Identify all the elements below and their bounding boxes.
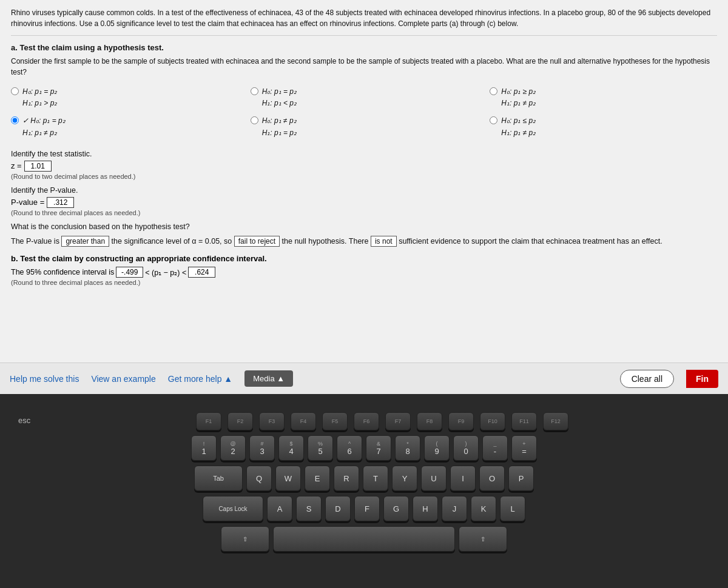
key-f7[interactable]: F7 <box>385 412 411 430</box>
key-f4[interactable]: F4 <box>291 412 316 430</box>
qwerty-row: Tab Q W E R T Y U I O P <box>194 466 534 491</box>
esc-label: esc <box>18 416 30 425</box>
key-s[interactable]: S <box>296 496 322 521</box>
pvalue-input[interactable]: .312 <box>47 197 74 208</box>
option-e-h0: H₀: p₁ ≠ p₂ <box>262 115 297 127</box>
option-a-h0: H₀: p₁ = p₂ <box>22 86 57 98</box>
radio-d[interactable] <box>11 116 19 124</box>
bottom-toolbar: Help me solve this View an example Get m… <box>0 362 728 394</box>
key-0[interactable]: ) 0 <box>453 435 479 461</box>
conclusion-sentence: The P-value is greater than the signific… <box>11 235 717 249</box>
option-d[interactable]: ✓ H₀: p₁ = p₂ H₁: p₁ ≠ p₂ <box>11 115 238 138</box>
conclusion-text-1: The P-value is <box>11 237 61 246</box>
radio-a[interactable] <box>11 87 19 95</box>
key-f3[interactable]: F3 <box>259 412 285 430</box>
ci-upper-input[interactable]: .624 <box>188 267 215 278</box>
hypothesis-options: H₀: p₁ = p₂ H₁: p₁ > p₂ H₀: p₁ = p₂ H₁: … <box>11 86 717 139</box>
main-content: Rhino viruses typically cause common col… <box>0 0 728 394</box>
radio-f[interactable] <box>490 116 497 124</box>
key-o[interactable]: O <box>479 466 505 491</box>
key-a[interactable]: A <box>267 496 292 521</box>
option-c[interactable]: H₀: p₁ ≥ p₂ H₁: p₁ ≠ p₂ <box>490 86 717 109</box>
key-f12[interactable]: F12 <box>543 412 568 430</box>
ci-text: The 95% confidence interval is <box>11 268 114 276</box>
part-a: a. Test the claim using a hypothesis tes… <box>11 43 717 248</box>
view-example-button[interactable]: View an example <box>91 374 155 384</box>
z-input[interactable]: 1.01 <box>24 161 52 172</box>
option-a-h1: H₁: p₁ > p₂ <box>22 98 57 109</box>
identify-test-stat-label: Identify the test statistic. <box>11 150 717 158</box>
pvalue-line: P-value = .312 <box>11 197 717 208</box>
option-b-h0: H₀: p₁ = p₂ <box>262 86 297 98</box>
key-h[interactable]: H <box>413 496 438 521</box>
key-f10[interactable]: F10 <box>480 412 505 430</box>
key-capslock[interactable]: Caps Lock <box>203 496 263 521</box>
key-f[interactable]: F <box>354 496 380 521</box>
key-j[interactable]: J <box>442 496 467 521</box>
key-u[interactable]: U <box>421 466 447 491</box>
key-p[interactable]: P <box>508 466 534 491</box>
key-d[interactable]: D <box>325 496 351 521</box>
finish-button[interactable]: Fin <box>686 370 718 388</box>
conclusion-question: What is the conclusion based on the hypo… <box>11 222 717 231</box>
number-row: ! 1 @ 2 # 3 $ 4 % 5 ^ 6 & 7 * 8 <box>191 435 537 461</box>
key-equal[interactable]: + = <box>511 435 537 461</box>
key-9[interactable]: ( 9 <box>424 435 450 461</box>
key-5[interactable]: % 5 <box>308 435 333 461</box>
key-f11[interactable]: F11 <box>511 412 537 430</box>
option-b[interactable]: H₀: p₁ = p₂ H₁: p₁ < p₂ <box>251 86 478 109</box>
key-g[interactable]: G <box>383 496 409 521</box>
option-f-h1: H₁: p₁ ≠ p₂ <box>501 127 536 139</box>
key-f1[interactable]: F1 <box>196 412 221 430</box>
key-shift-right[interactable]: ⇧ <box>459 526 507 552</box>
key-f9[interactable]: F9 <box>448 412 474 430</box>
problem-text: Rhino viruses typically cause common col… <box>11 8 710 28</box>
key-q[interactable]: Q <box>246 466 272 491</box>
get-more-help-button[interactable]: Get more help ▲ <box>168 374 232 384</box>
radio-b[interactable] <box>251 87 258 95</box>
key-e[interactable]: E <box>305 466 330 491</box>
key-f8[interactable]: F8 <box>417 412 442 430</box>
identify-pvalue-label: Identify the P-value. <box>11 186 717 195</box>
option-e[interactable]: H₀: p₁ ≠ p₂ H₁: p₁ = p₂ <box>251 115 478 138</box>
media-button[interactable]: Media ▲ <box>244 370 293 387</box>
radio-e[interactable] <box>251 116 258 124</box>
conclusion-fail-reject-box[interactable]: fail to reject <box>234 236 280 247</box>
consider-text: Consider the first sample to be the samp… <box>11 56 717 78</box>
part-b: b. Test the claim by constructing an app… <box>11 254 717 286</box>
conclusion-is-not-box[interactable]: is not <box>371 236 397 247</box>
key-3[interactable]: # 3 <box>249 435 275 461</box>
option-f[interactable]: H₀: p₁ ≤ p₂ H₁: p₁ ≠ p₂ <box>490 115 717 138</box>
conclusion-greater-than-box[interactable]: greater than <box>61 236 109 247</box>
key-1[interactable]: ! 1 <box>191 435 217 461</box>
key-6[interactable]: ^ 6 <box>337 435 362 461</box>
key-7[interactable]: & 7 <box>366 435 391 461</box>
key-l[interactable]: L <box>500 496 525 521</box>
key-8[interactable]: * 8 <box>395 435 420 461</box>
key-f5[interactable]: F5 <box>322 412 348 430</box>
key-i[interactable]: I <box>450 466 476 491</box>
radio-c[interactable] <box>490 87 497 95</box>
key-t[interactable]: T <box>363 466 388 491</box>
key-minus[interactable]: _ - <box>482 435 508 461</box>
key-space[interactable] <box>273 526 455 552</box>
option-c-h1: H₁: p₁ ≠ p₂ <box>501 98 536 109</box>
key-r[interactable]: R <box>334 466 359 491</box>
key-y[interactable]: Y <box>392 466 417 491</box>
key-tab[interactable]: Tab <box>194 466 243 491</box>
z-hint: (Round to two decimal places as needed.) <box>11 173 717 180</box>
key-4[interactable]: $ 4 <box>278 435 304 461</box>
clear-all-button[interactable]: Clear all <box>620 370 674 388</box>
key-f2[interactable]: F2 <box>228 412 253 430</box>
z-line: z = 1.01 <box>11 161 717 172</box>
key-k[interactable]: K <box>471 496 496 521</box>
key-f6[interactable]: F6 <box>354 412 379 430</box>
key-2[interactable]: @ 2 <box>220 435 246 461</box>
help-me-solve-button[interactable]: Help me solve this <box>10 374 79 384</box>
key-shift-left[interactable]: ⇧ <box>221 526 269 552</box>
space-row: ⇧ ⇧ <box>221 526 507 552</box>
option-a[interactable]: H₀: p₁ = p₂ H₁: p₁ > p₂ <box>11 86 238 109</box>
ci-line: The 95% confidence interval is -.499 < (… <box>11 267 717 278</box>
ci-lower-input[interactable]: -.499 <box>116 267 143 278</box>
key-w[interactable]: W <box>275 466 301 491</box>
